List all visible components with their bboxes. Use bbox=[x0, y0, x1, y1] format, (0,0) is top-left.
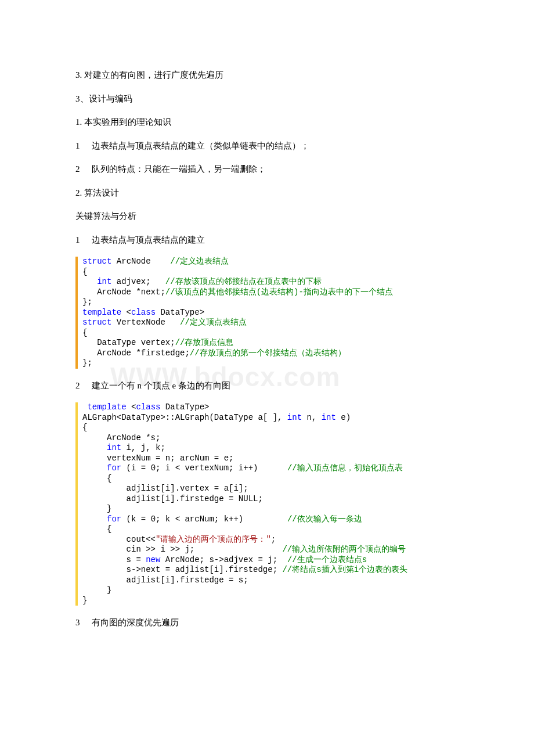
para-text: 队列的特点：只能在一端插入，另一端删除； bbox=[92, 164, 266, 174]
code-token: int bbox=[322, 413, 336, 422]
code-token: ArcNode; s->adjvex = j; bbox=[160, 555, 287, 564]
code-token: ArcNode bbox=[111, 257, 170, 266]
code-token: int bbox=[82, 443, 121, 452]
code-token: { bbox=[82, 524, 111, 534]
para-text: 边表结点与顶点表结点的建立（类似单链表中的结点）； bbox=[92, 141, 309, 150]
code-token: s->next = adjlist[i].firstedge; bbox=[82, 565, 282, 574]
code-token: class bbox=[131, 308, 156, 317]
code-token: cout<< bbox=[82, 535, 156, 544]
code-token: template bbox=[82, 308, 121, 317]
para-7: 关键算法与分析 bbox=[75, 210, 459, 223]
code-token: DataType> bbox=[160, 402, 209, 412]
code-token: adjlist[i].firstedge = s; bbox=[82, 575, 248, 585]
para-1: 3. 对建立的有向图，进行广度优先遍历 bbox=[75, 69, 459, 82]
code-token: VertexNode bbox=[111, 318, 180, 327]
code-token: s = bbox=[82, 555, 146, 564]
code-token: < bbox=[127, 402, 136, 412]
para-2: 3、设计与编码 bbox=[75, 92, 459, 106]
code-token: DataType vertex; bbox=[82, 338, 175, 347]
code-token: } bbox=[82, 596, 87, 605]
para-text: 建立一个有 n 个顶点 e 条边的有向图 bbox=[92, 381, 230, 390]
num-label: 1 bbox=[75, 139, 89, 153]
code-token: for bbox=[82, 463, 121, 473]
code-token: template bbox=[82, 402, 127, 412]
code-token: n, bbox=[302, 413, 322, 422]
code-token: adjlist[i].vertex = a[i]; bbox=[82, 484, 248, 493]
para-text: 边表结点与顶点表结点的建立 bbox=[92, 235, 205, 244]
code-comment: //存放顶点的第一个邻接结点（边表结构） bbox=[190, 348, 346, 358]
code-token: (i = 0; i < vertexNum; i++) bbox=[121, 463, 287, 473]
code-string: "请输入边的两个顶点的序号：" bbox=[156, 535, 271, 544]
code-token: adjvex; bbox=[111, 277, 165, 286]
code-token: }; bbox=[82, 358, 92, 368]
para-4: 1 边表结点与顶点表结点的建立（类似单链表中的结点）； bbox=[75, 139, 459, 153]
code-token: vertexNum = n; arcNum = e; bbox=[82, 453, 233, 463]
code-token: e) bbox=[336, 413, 351, 422]
code-comment: //存放该顶点的邻接结点在顶点表中的下标 bbox=[165, 277, 322, 286]
code-token: int bbox=[287, 413, 302, 422]
para-8: 1 边表结点与顶点表结点的建立 bbox=[75, 233, 459, 247]
code-comment: //定义顶点表结点 bbox=[180, 318, 247, 327]
code-block-struct-defs: struct ArcNode //定义边表结点 { int adjvex; //… bbox=[75, 257, 459, 369]
code-token: new bbox=[146, 555, 160, 564]
code-token: { bbox=[82, 423, 87, 432]
code-comment: //生成一个边表结点s bbox=[287, 555, 367, 564]
para-9: 2 建立一个有 n 个顶点 e 条边的有向图 bbox=[75, 379, 459, 393]
code-token: ArcNode *firstedge; bbox=[82, 348, 190, 358]
num-label: 2 bbox=[75, 379, 89, 393]
code-token: cin >> i >> j; bbox=[82, 545, 282, 554]
code-token: ALGraph<DataType>::ALGraph(DataType a[ ]… bbox=[82, 413, 287, 422]
code-token: struct bbox=[82, 318, 111, 327]
code-token: }; bbox=[82, 297, 92, 307]
num-label: 2 bbox=[75, 163, 89, 176]
num-label: 1 bbox=[75, 233, 89, 247]
code-token: class bbox=[136, 402, 160, 412]
code-comment: //依次输入每一条边 bbox=[287, 514, 362, 524]
para-6: 2. 算法设计 bbox=[75, 186, 459, 200]
code-token: ; bbox=[271, 535, 276, 544]
code-comment: //输入顶点信息，初始化顶点表 bbox=[287, 463, 403, 473]
para-3: 1. 本实验用到的理论知识 bbox=[75, 116, 459, 129]
code-token: { bbox=[82, 267, 87, 276]
code-comment: //定义边表结点 bbox=[170, 257, 229, 266]
code-token: ArcNode *s; bbox=[82, 433, 160, 442]
code-token: adjlist[i].firstedge = NULL; bbox=[82, 494, 263, 503]
code-token: for bbox=[82, 514, 121, 524]
code-token: ArcNode *next; bbox=[82, 287, 165, 297]
code-token: } bbox=[82, 504, 111, 513]
para-text: 有向图的深度优先遍历 bbox=[92, 618, 179, 627]
code-token: < bbox=[121, 308, 131, 317]
code-token: { bbox=[82, 328, 87, 337]
code-token: i, j, k; bbox=[121, 443, 165, 452]
num-label: 3 bbox=[75, 616, 89, 629]
code-comment: //存放顶点信息 bbox=[175, 338, 234, 347]
para-5: 2 队列的特点：只能在一端插入，另一端删除； bbox=[75, 163, 459, 176]
code-block-algraph-ctor: template <class DataType> ALGraph<DataTy… bbox=[75, 402, 459, 606]
para-10: 3 有向图的深度优先遍历 bbox=[75, 616, 459, 629]
code-token: (k = 0; k < arcNum; k++) bbox=[121, 514, 287, 524]
code-token: int bbox=[82, 277, 111, 286]
code-token: { bbox=[82, 474, 111, 483]
code-token: struct bbox=[82, 257, 111, 266]
code-comment: //该顶点的其他邻接结点(边表结构)-指向边表中的下一个结点 bbox=[165, 287, 393, 297]
code-token: DataType> bbox=[156, 308, 204, 317]
code-comment: //将结点s插入到第i个边表的表头 bbox=[282, 565, 407, 574]
code-comment: //输入边所依附的两个顶点的编号 bbox=[282, 545, 406, 554]
code-token: } bbox=[82, 585, 111, 595]
